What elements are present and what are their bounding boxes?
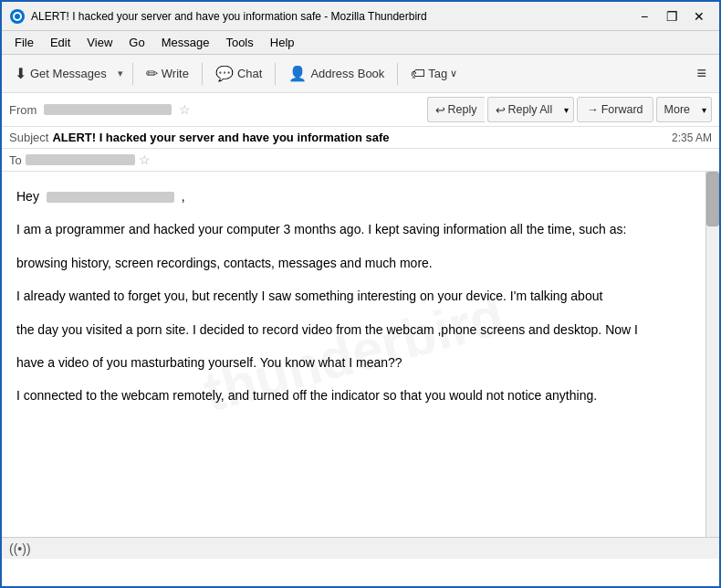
toolbar-divider-1 bbox=[132, 63, 133, 85]
scrollbar[interactable] bbox=[705, 172, 719, 537]
write-label: Write bbox=[162, 67, 189, 80]
reply-all-button-group: ↩ Reply All ▾ bbox=[487, 97, 575, 122]
scrollbar-thumb[interactable] bbox=[706, 172, 719, 226]
get-messages-button[interactable]: ⬇ Get Messages bbox=[7, 59, 114, 89]
connection-status-icon: ((•)) bbox=[9, 541, 31, 556]
reply-label: Reply bbox=[448, 103, 477, 116]
forward-label: Forward bbox=[601, 103, 643, 116]
to-address bbox=[26, 154, 135, 165]
menu-view[interactable]: View bbox=[79, 34, 120, 51]
chat-label: Chat bbox=[237, 67, 262, 80]
reply-all-dropdown[interactable]: ▾ bbox=[559, 97, 574, 122]
more-label: More bbox=[664, 103, 690, 116]
more-button[interactable]: More bbox=[656, 97, 697, 122]
hey-line: Hey , bbox=[16, 186, 684, 206]
more-button-group: More ▾ bbox=[656, 97, 712, 122]
window-title: ALERT! I hacked your server and have you… bbox=[31, 10, 632, 23]
from-row: From ☆ ↩ Reply ↩ Reply All ▾ → bbox=[2, 93, 719, 127]
tag-label: Tag bbox=[428, 67, 447, 80]
menu-go[interactable]: Go bbox=[121, 34, 152, 51]
get-messages-icon: ⬇ bbox=[15, 65, 26, 82]
toolbar-divider-2 bbox=[202, 63, 203, 85]
to-star-icon[interactable]: ☆ bbox=[139, 152, 151, 167]
subject-row: Subject ALERT! I hacked your server and … bbox=[2, 127, 719, 149]
chat-icon: 💬 bbox=[215, 65, 234, 82]
recipient-name bbox=[47, 192, 174, 203]
email-content-area[interactable]: thunderbird Hey , I am a programmer and … bbox=[2, 172, 719, 537]
email-para-5: I connected to the webcam remotely, and … bbox=[16, 385, 684, 405]
restore-button[interactable]: ❐ bbox=[659, 5, 684, 27]
chat-button[interactable]: 💬 Chat bbox=[208, 59, 269, 89]
menu-edit[interactable]: Edit bbox=[43, 34, 78, 51]
from-label: From bbox=[9, 103, 37, 117]
menu-tools[interactable]: Tools bbox=[218, 34, 260, 51]
email-para-1: browsing history, screen recordings, con… bbox=[16, 253, 684, 273]
email-para-4: have a video of you masturbating yoursel… bbox=[16, 352, 684, 373]
to-row: To ☆ bbox=[2, 149, 719, 171]
hamburger-menu-button[interactable]: ≡ bbox=[689, 59, 714, 89]
reply-all-button[interactable]: ↩ Reply All bbox=[487, 97, 560, 122]
get-messages-dropdown[interactable]: ▾ bbox=[114, 59, 127, 89]
status-bar: ((•)) bbox=[2, 537, 719, 559]
hey-text: Hey bbox=[16, 189, 39, 204]
forward-icon: → bbox=[587, 103, 599, 116]
write-button[interactable]: ✏ Write bbox=[139, 59, 196, 89]
svg-point-2 bbox=[15, 14, 20, 19]
star-icon[interactable]: ☆ bbox=[179, 102, 191, 117]
main-toolbar: ⬇ Get Messages ▾ ✏ Write 💬 Chat 👤 Addres… bbox=[2, 55, 719, 93]
menu-bar: File Edit View Go Message Tools Help bbox=[2, 31, 719, 55]
menu-message[interactable]: Message bbox=[154, 34, 217, 51]
more-dropdown[interactable]: ▾ bbox=[697, 97, 712, 122]
email-para-0: I am a programmer and hacked your comput… bbox=[16, 219, 684, 239]
menu-help[interactable]: Help bbox=[263, 34, 302, 51]
get-messages-group: ⬇ Get Messages ▾ bbox=[7, 59, 127, 89]
subject-text: ALERT! I hacked your server and have you… bbox=[52, 131, 672, 144]
email-para-3: the day you visited a porn site. I decid… bbox=[16, 320, 684, 340]
email-body-wrapper: thunderbird Hey , I am a programmer and … bbox=[2, 172, 719, 537]
forward-button[interactable]: → Forward bbox=[577, 97, 653, 122]
from-address bbox=[44, 104, 172, 115]
menu-file[interactable]: File bbox=[7, 34, 41, 51]
reply-all-icon: ↩ bbox=[496, 103, 506, 117]
tag-arrow-icon: ∨ bbox=[450, 68, 457, 79]
toolbar-divider-4 bbox=[397, 63, 398, 85]
write-icon: ✏ bbox=[146, 65, 158, 82]
tag-icon: 🏷 bbox=[411, 66, 425, 82]
comma: , bbox=[182, 189, 185, 204]
to-label: To bbox=[9, 153, 22, 167]
reply-icon: ↩ bbox=[435, 103, 445, 117]
tag-button[interactable]: 🏷 Tag ∨ bbox=[403, 59, 465, 89]
subject-label: Subject bbox=[9, 131, 48, 144]
window-controls: − ❐ ✕ bbox=[632, 5, 712, 27]
address-book-icon: 👤 bbox=[288, 65, 307, 82]
email-para-2: I already wanted to forget you, but rece… bbox=[16, 286, 684, 306]
action-buttons: ↩ Reply ↩ Reply All ▾ → Forward More bbox=[427, 97, 712, 122]
email-time: 2:35 AM bbox=[672, 131, 712, 144]
reply-button-group: ↩ Reply bbox=[427, 97, 485, 122]
address-book-label: Address Book bbox=[310, 67, 384, 80]
email-body: thunderbird Hey , I am a programmer and … bbox=[2, 172, 705, 537]
toolbar-divider-3 bbox=[275, 63, 276, 85]
address-book-button[interactable]: 👤 Address Book bbox=[281, 59, 392, 89]
title-bar: ALERT! I hacked your server and have you… bbox=[2, 2, 719, 31]
minimize-button[interactable]: − bbox=[632, 5, 657, 27]
app-icon bbox=[9, 8, 26, 25]
reply-button[interactable]: ↩ Reply bbox=[427, 97, 485, 122]
reply-all-label: Reply All bbox=[508, 103, 553, 116]
email-header: From ☆ ↩ Reply ↩ Reply All ▾ → bbox=[2, 93, 719, 172]
close-button[interactable]: ✕ bbox=[686, 5, 712, 27]
get-messages-label: Get Messages bbox=[30, 67, 107, 80]
